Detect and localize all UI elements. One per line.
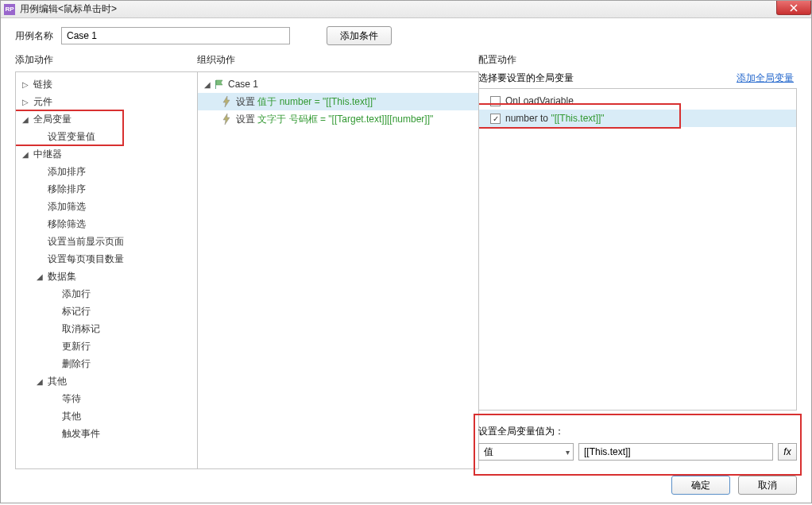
organize-action-panel: ◢ Case 1 设置 值于 number = "[[This.text]]" xyxy=(197,71,479,469)
topbar: 用例名称 添加条件 xyxy=(1,18,811,53)
case-editor-dialog: RP 用例编辑<鼠标单击时> 用例名称 添加条件 添加动作 ▷链接 ▷元件 ◢全… xyxy=(0,0,812,503)
tree-fire-event[interactable]: 触发事件 xyxy=(16,425,197,442)
dropdown-value: 值 xyxy=(484,445,493,459)
tree-set-page-items[interactable]: 设置每页项目数量 xyxy=(16,250,197,268)
tree-dataset[interactable]: ◢数据集 xyxy=(16,268,197,285)
tree-global-vars[interactable]: ◢全局变量 xyxy=(16,110,197,128)
mid-tree: ◢ Case 1 设置 值于 number = "[[This.text]]" xyxy=(198,72,478,131)
action-tree: ▷链接 ▷元件 ◢全局变量 设置变量值 ◢中继器 添加排序 移除排序 添加筛选 … xyxy=(16,72,197,445)
tree-add-row[interactable]: 添加行 xyxy=(16,285,197,303)
tree-add-filter[interactable]: 添加筛选 xyxy=(16,198,197,215)
tree-repeater[interactable]: ◢中继器 xyxy=(16,145,197,163)
mid-case-label: Case 1 xyxy=(228,79,258,90)
checkbox-number[interactable] xyxy=(490,114,501,124)
ok-button[interactable]: 确定 xyxy=(671,476,730,495)
set-value-label: 设置全局变量值为： xyxy=(478,425,797,438)
organize-action-title: 组织动作 xyxy=(197,53,479,67)
checkbox-onload[interactable] xyxy=(490,96,501,106)
close-button[interactable] xyxy=(776,1,811,15)
footer: 确定 取消 xyxy=(1,469,811,503)
close-icon xyxy=(790,4,798,12)
var-list: OnLoadVariable number to "[[This.text]]" xyxy=(479,89,796,130)
add-action-title: 添加动作 xyxy=(15,53,198,67)
mid-action-text-1: 设置 值于 number = "[[This.text]]" xyxy=(236,95,376,109)
mid-action-row-2[interactable]: 设置 文字于 号码框 = "[[Target.text]][[number]]" xyxy=(198,110,478,128)
set-value-row: 值 ▾ fx xyxy=(478,443,797,461)
var-list-panel: OnLoadVariable number to "[[This.text]]" xyxy=(478,88,797,411)
value-input[interactable] xyxy=(578,443,773,461)
var-row-number[interactable]: number to "[[This.text]]" xyxy=(479,110,796,127)
column-configure-action: 配置动作 选择要设置的全局变量 添加全局变量 OnLoadVariable xyxy=(478,53,797,469)
case-name-label: 用例名称 xyxy=(15,29,53,43)
var-onload-label: OnLoadVariable xyxy=(505,95,574,106)
tree-delete-row[interactable]: 删除行 xyxy=(16,355,197,372)
configure-container: 选择要设置的全局变量 添加全局变量 OnLoadVariable number … xyxy=(478,71,797,461)
mid-case-row[interactable]: ◢ Case 1 xyxy=(198,75,478,93)
right-header: 选择要设置的全局变量 添加全局变量 xyxy=(478,71,797,88)
bolt-icon xyxy=(222,96,233,107)
tree-set-page[interactable]: 设置当前显示页面 xyxy=(16,233,197,250)
column-organize-action: 组织动作 ◢ Case 1 设置 值于 number = "[[T xyxy=(197,53,479,469)
columns: 添加动作 ▷链接 ▷元件 ◢全局变量 设置变量值 ◢中继器 添加排序 移除排序 … xyxy=(1,53,811,469)
tree-remove-filter[interactable]: 移除筛选 xyxy=(16,215,197,233)
fx-button[interactable]: fx xyxy=(778,443,797,461)
tree-other[interactable]: ◢其他 xyxy=(16,372,197,390)
bolt-icon xyxy=(222,114,233,125)
add-global-var-link[interactable]: 添加全局变量 xyxy=(737,71,794,85)
titlebar: RP 用例编辑<鼠标单击时> xyxy=(1,1,811,18)
configure-action-title: 配置动作 xyxy=(478,53,797,67)
tree-update-row[interactable]: 更新行 xyxy=(16,337,197,355)
tree-unmark[interactable]: 取消标记 xyxy=(16,320,197,337)
add-action-panel: ▷链接 ▷元件 ◢全局变量 设置变量值 ◢中继器 添加排序 移除排序 添加筛选 … xyxy=(15,71,198,469)
tree-mark-row[interactable]: 标记行 xyxy=(16,303,197,320)
tree-other2[interactable]: 其他 xyxy=(16,407,197,425)
tree-add-sort[interactable]: 添加排序 xyxy=(16,163,197,180)
tree-remove-sort[interactable]: 移除排序 xyxy=(16,180,197,198)
add-condition-button[interactable]: 添加条件 xyxy=(327,26,392,45)
column-add-action: 添加动作 ▷链接 ▷元件 ◢全局变量 设置变量值 ◢中继器 添加排序 移除排序 … xyxy=(15,53,198,469)
cancel-button[interactable]: 取消 xyxy=(738,476,797,495)
tree-set-var-value[interactable]: 设置变量值 xyxy=(16,128,197,145)
flag-icon xyxy=(214,79,225,89)
mid-action-text-2: 设置 文字于 号码框 = "[[Target.text]][[number]]" xyxy=(236,113,433,126)
tree-widgets[interactable]: ▷元件 xyxy=(16,93,197,110)
app-icon: RP xyxy=(4,4,15,15)
value-type-dropdown[interactable]: 值 ▾ xyxy=(478,443,574,461)
select-var-label: 选择要设置的全局变量 xyxy=(478,71,574,85)
chevron-down-icon: ▾ xyxy=(566,448,570,457)
mid-action-row-1[interactable]: 设置 值于 number = "[[This.text]]" xyxy=(198,93,478,110)
tree-links[interactable]: ▷链接 xyxy=(16,75,197,93)
window-title: 用例编辑<鼠标单击时> xyxy=(20,2,117,16)
var-row-onload[interactable]: OnLoadVariable xyxy=(479,92,796,110)
tree-wait[interactable]: 等待 xyxy=(16,390,197,407)
set-value-area: 设置全局变量值为： 值 ▾ fx xyxy=(478,420,797,461)
var-number-label: number to "[[This.text]]" xyxy=(505,113,605,124)
case-name-input[interactable] xyxy=(61,27,290,44)
